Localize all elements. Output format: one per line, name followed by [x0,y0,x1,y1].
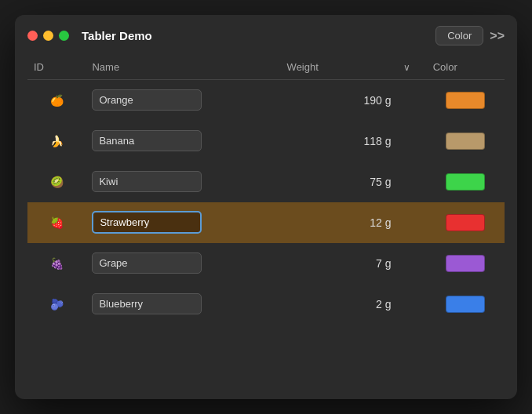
table-row[interactable]: 🍊190 g [27,80,505,121]
color-swatch[interactable] [446,255,485,272]
row-color-cell[interactable] [427,202,505,243]
row-name-cell [86,284,280,325]
color-swatch[interactable] [446,296,485,313]
table-container: ID Name Weight ∨ Color 🍊190 g🍌118 g🥝75 g… [15,53,517,337]
row-weight: 75 g [281,162,398,202]
data-table: ID Name Weight ∨ Color 🍊190 g🍌118 g🥝75 g… [27,56,505,325]
color-button[interactable]: Color [435,26,483,45]
titlebar: Tabler Demo Color >> [15,15,517,53]
row-weight: 118 g [281,121,398,162]
traffic-lights [27,31,69,41]
row-weight: 190 g [281,80,398,121]
name-input[interactable] [92,130,202,151]
name-input[interactable] [92,293,202,314]
row-sort-cell [397,121,426,162]
row-weight: 12 g [281,202,398,243]
row-name-cell [86,162,280,202]
row-weight: 2 g [281,284,398,325]
row-color-cell[interactable] [427,243,505,284]
close-button[interactable] [27,31,38,41]
row-emoji: 🫐 [27,284,86,325]
col-header-id: ID [27,56,86,80]
col-header-color: Color [427,56,505,80]
titlebar-actions: Color >> [435,26,505,45]
row-emoji: 🍌 [27,121,86,162]
maximize-button[interactable] [59,31,69,41]
name-input[interactable] [92,89,202,111]
color-swatch[interactable] [446,214,485,231]
row-emoji: 🥝 [27,162,86,202]
color-swatch[interactable] [446,173,485,191]
table-header-row: ID Name Weight ∨ Color [27,56,505,80]
row-emoji: 🍊 [27,80,86,121]
row-sort-cell [397,243,426,284]
row-sort-cell [397,202,426,243]
row-sort-cell [397,80,426,121]
col-header-name: Name [86,56,280,80]
col-header-weight: Weight [281,56,398,80]
color-swatch[interactable] [446,92,485,109]
table-row[interactable]: 🍌118 g [27,121,505,162]
minimize-button[interactable] [43,31,53,41]
table-body: 🍊190 g🍌118 g🥝75 g🍓12 g🍇7 g🫐2 g [27,80,505,325]
row-name-cell [86,121,280,162]
name-input[interactable] [92,211,202,234]
table-row[interactable]: 🍇7 g [27,243,505,284]
table-row[interactable]: 🍓12 g [27,202,505,243]
row-weight: 7 g [281,243,398,284]
row-sort-cell [397,284,426,325]
row-name-cell [86,202,280,243]
row-color-cell[interactable] [427,162,505,202]
table-row[interactable]: 🫐2 g [27,284,505,325]
row-sort-cell [397,162,426,202]
window-title: Tabler Demo [82,29,429,42]
row-emoji: 🍓 [27,202,86,243]
name-input[interactable] [92,171,202,192]
row-color-cell[interactable] [427,80,505,121]
sort-icon[interactable]: ∨ [397,56,426,80]
app-window: Tabler Demo Color >> ID Name Weight ∨ Co… [15,15,517,399]
forward-icon[interactable]: >> [490,29,505,43]
row-name-cell [86,80,280,121]
table-row[interactable]: 🥝75 g [27,162,505,202]
row-color-cell[interactable] [427,284,505,325]
row-emoji: 🍇 [27,243,86,284]
row-color-cell[interactable] [427,121,505,162]
color-swatch[interactable] [446,133,485,150]
name-input[interactable] [92,252,202,274]
row-name-cell [86,243,280,284]
